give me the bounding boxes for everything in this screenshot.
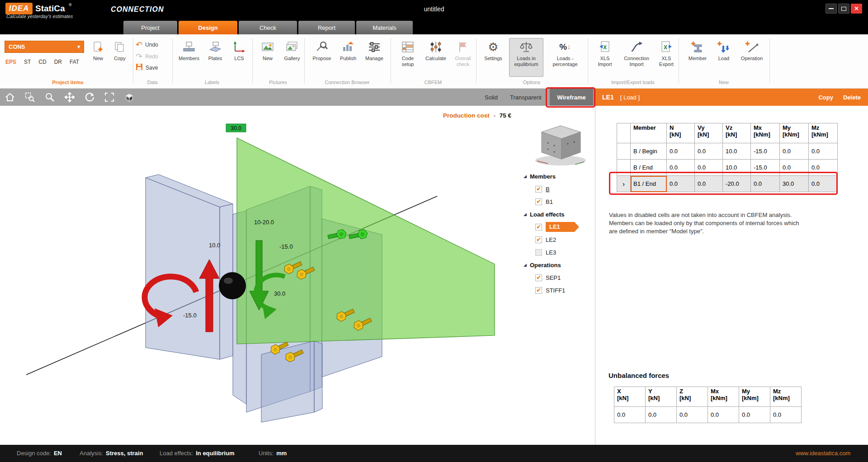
cell-n[interactable]: 0.0 bbox=[667, 176, 695, 192]
3d-viewport[interactable]: 30.0 10.0 10-20.0 -15.0 30.0 -15.0 Produ… bbox=[0, 106, 595, 445]
tab-materials[interactable]: Materials bbox=[356, 21, 413, 34]
cell-mz[interactable]: 0.0 bbox=[809, 176, 838, 192]
browser-manage-button[interactable]: Manage bbox=[362, 38, 387, 77]
view-mode-solid[interactable]: Solid bbox=[480, 89, 502, 106]
browser-publish-button[interactable]: Publish bbox=[336, 38, 360, 77]
cell-vz[interactable]: -20.0 bbox=[723, 176, 751, 192]
view-mode-wireframe[interactable]: Wireframe bbox=[550, 89, 593, 106]
labels-plates-button[interactable]: Plates bbox=[204, 38, 226, 77]
tab-report[interactable]: Report bbox=[298, 21, 355, 34]
cell-my[interactable]: 0.0 bbox=[780, 143, 809, 160]
tree-section-operations[interactable]: ◢ Operations bbox=[524, 259, 594, 271]
tree-item-le2[interactable]: ✔ LE2 bbox=[524, 233, 594, 246]
cell-mz[interactable]: 0.0 bbox=[809, 143, 838, 160]
zoom-window-icon[interactable] bbox=[20, 89, 40, 106]
rotate-view-icon[interactable] bbox=[80, 89, 99, 106]
cell-member[interactable]: B / End bbox=[631, 160, 667, 176]
pan-icon[interactable] bbox=[60, 89, 80, 106]
cell-member-current[interactable]: B1 / End bbox=[631, 176, 667, 192]
cell-n[interactable]: 0.0 bbox=[667, 160, 695, 176]
checkbox-le2[interactable]: ✔ bbox=[535, 236, 542, 243]
load-delete-button[interactable]: Delete bbox=[843, 94, 861, 101]
project-new-button[interactable]: New bbox=[88, 38, 108, 77]
checkbox-sep1[interactable]: ✔ bbox=[535, 274, 542, 281]
project-copy-button[interactable]: Copy bbox=[109, 38, 130, 77]
undo-button[interactable]: ↶ Undo bbox=[136, 40, 158, 50]
3d-scene[interactable]: 30.0 10.0 10-20.0 -15.0 30.0 -15.0 bbox=[0, 106, 595, 445]
save-button[interactable]: Save bbox=[136, 63, 158, 72]
cell-member[interactable]: B / Begin bbox=[631, 143, 667, 160]
pictures-gallery-button[interactable]: Gallery bbox=[280, 38, 304, 77]
pictures-new-button[interactable]: New bbox=[257, 38, 278, 77]
new-operation-button[interactable]: Operation bbox=[737, 38, 767, 77]
tree-section-members[interactable]: ◢ Members bbox=[524, 170, 594, 183]
checkbox-stiff1[interactable]: ✔ bbox=[535, 287, 542, 294]
cell-vy[interactable]: 0.0 bbox=[695, 176, 723, 192]
mode-eps[interactable]: EPS bbox=[5, 59, 16, 65]
labels-lcs-button[interactable]: LCS bbox=[229, 38, 250, 77]
tree-item-sep1[interactable]: ✔ SEP1 bbox=[524, 271, 594, 284]
tree-item-stiff1[interactable]: ✔ STIFF1 bbox=[524, 284, 594, 297]
xls-import-button[interactable]: X XLS Import bbox=[592, 38, 618, 77]
row-selector-cell[interactable] bbox=[617, 160, 631, 176]
calculate-button[interactable]: Calculate bbox=[422, 38, 449, 77]
tree-item-member-b1[interactable]: ✔ B1 bbox=[524, 195, 594, 208]
zoom-icon[interactable] bbox=[40, 89, 60, 106]
mode-st[interactable]: ST bbox=[24, 59, 31, 65]
load-copy-button[interactable]: Copy bbox=[818, 94, 833, 101]
mode-cd[interactable]: CD bbox=[38, 59, 46, 65]
cell-vy[interactable]: 0.0 bbox=[695, 160, 723, 176]
minimize-button[interactable] bbox=[826, 4, 837, 14]
dim-label-green-top: -15.0 bbox=[279, 243, 293, 250]
tree-item-member-b[interactable]: ✔ B bbox=[524, 183, 594, 195]
checkbox-member-b1[interactable]: ✔ bbox=[535, 198, 542, 205]
production-cost-separator: - bbox=[494, 112, 496, 119]
navigation-cube[interactable] bbox=[535, 126, 586, 165]
zoom-fit-icon[interactable] bbox=[99, 89, 119, 106]
cell-vz[interactable]: 10.0 bbox=[723, 160, 751, 176]
tree-item-le1[interactable]: ✔ LE1 bbox=[524, 221, 594, 233]
cell-my[interactable]: 30.0 bbox=[780, 176, 809, 192]
home-view-icon[interactable] bbox=[0, 89, 20, 106]
connection-import-button[interactable]: Connection Import bbox=[619, 38, 654, 77]
cell-mx[interactable]: -15.0 bbox=[751, 160, 780, 176]
tab-design[interactable]: Design bbox=[179, 21, 237, 34]
labels-members-button[interactable]: Members bbox=[176, 38, 202, 77]
maximize-button[interactable] bbox=[838, 4, 849, 14]
cell-vy[interactable]: 0.0 bbox=[695, 143, 723, 160]
browser-propose-button[interactable]: Propose bbox=[309, 38, 335, 77]
cell-my[interactable]: 0.0 bbox=[780, 160, 809, 176]
xls-export-button[interactable]: X XLS Export bbox=[656, 38, 677, 77]
loads-in-equilibrium-button[interactable]: Loads in equilibrium bbox=[509, 38, 543, 77]
tab-check[interactable]: Check bbox=[239, 21, 297, 34]
new-load-button[interactable]: Load bbox=[712, 38, 735, 77]
tree-section-load-effects[interactable]: ◢ Load effects bbox=[524, 208, 594, 221]
cell-mx[interactable]: -15.0 bbox=[751, 143, 780, 160]
redo-button[interactable]: ↷ Redo bbox=[136, 52, 158, 61]
overall-check-button[interactable]: Overall check bbox=[451, 38, 475, 77]
mode-fat[interactable]: FAT bbox=[70, 59, 79, 65]
view-mode-transparent[interactable]: Transparent bbox=[505, 89, 546, 106]
close-button[interactable]: ✕ bbox=[851, 4, 862, 14]
cell-n[interactable]: 0.0 bbox=[667, 143, 695, 160]
row-selector-cell[interactable] bbox=[617, 143, 631, 160]
save-label: Save bbox=[146, 65, 158, 71]
website-link[interactable]: www.ideastatica.com bbox=[796, 450, 850, 457]
checkbox-le3[interactable] bbox=[535, 249, 542, 256]
mode-dr[interactable]: DR bbox=[54, 59, 62, 65]
settings-button[interactable]: ⚙ Settings bbox=[480, 38, 506, 77]
new-member-button[interactable]: Member bbox=[684, 38, 711, 77]
tab-project[interactable]: Project bbox=[123, 21, 177, 34]
code-setup-button[interactable]: Code setup bbox=[395, 38, 420, 77]
cell-mz[interactable]: 0.0 bbox=[809, 160, 838, 176]
project-item-selector[interactable]: CON5 ▾ bbox=[5, 41, 84, 53]
checkbox-member-b[interactable]: ✔ bbox=[535, 186, 542, 193]
members-label-icon bbox=[183, 40, 195, 54]
cell-mx[interactable]: 0.0 bbox=[751, 176, 780, 192]
row-selector-cell[interactable]: › bbox=[617, 176, 631, 192]
checkbox-le1[interactable]: ✔ bbox=[535, 224, 542, 231]
loads-percentage-button[interactable]: %↓ Loads - percentage bbox=[546, 38, 584, 77]
cell-vz[interactable]: 10.0 bbox=[723, 143, 751, 160]
render-box-icon[interactable] bbox=[119, 89, 139, 106]
tree-item-le3[interactable]: LE3 bbox=[524, 246, 594, 259]
